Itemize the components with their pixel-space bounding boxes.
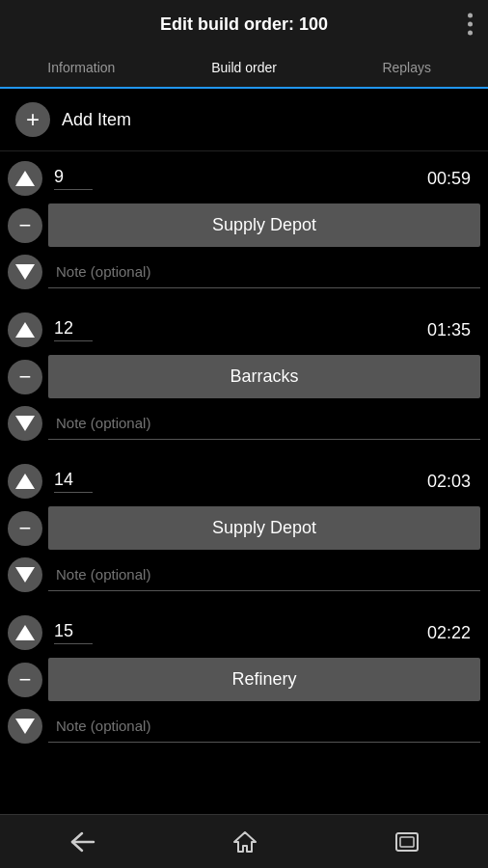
svg-rect-3 xyxy=(400,837,414,847)
up-button-1[interactable] xyxy=(8,312,42,347)
down-button-1[interactable] xyxy=(8,406,42,441)
down-arrow-icon xyxy=(15,567,35,583)
down-arrow-icon xyxy=(15,264,35,280)
supply-count-3: 15 xyxy=(54,621,93,644)
build-item-action-row-3: − Refinery xyxy=(0,654,488,705)
up-arrow-icon xyxy=(15,625,35,640)
build-item-action-row-2: − Supply Depot xyxy=(0,502,488,554)
tab-bar: Information Build order Replays xyxy=(0,48,488,89)
note-input-3[interactable] xyxy=(48,710,480,743)
home-button[interactable] xyxy=(213,822,277,862)
down-button-3[interactable] xyxy=(8,709,42,744)
supply-count-2: 14 xyxy=(54,470,93,493)
time-value-3: 02:22 xyxy=(427,623,471,643)
svg-marker-1 xyxy=(234,832,256,852)
build-item: 12 01:35 − Barracks xyxy=(0,303,488,454)
up-button-2[interactable] xyxy=(8,464,42,499)
build-item-top-row-2: 14 02:03 xyxy=(0,460,488,502)
item-action-button-1[interactable]: Barracks xyxy=(48,355,480,398)
build-item-top-row-3: 15 02:22 xyxy=(0,611,488,654)
down-button-2[interactable] xyxy=(8,557,42,592)
minus-button-0[interactable]: − xyxy=(8,208,42,243)
header-order-number: 100 xyxy=(299,14,328,34)
minus-button-3[interactable]: − xyxy=(8,663,42,697)
minus-button-1[interactable]: − xyxy=(8,360,42,394)
build-item-top-row-1: 12 01:35 xyxy=(0,309,488,351)
up-arrow-icon xyxy=(15,322,35,338)
item-action-button-2[interactable]: Supply Depot xyxy=(48,506,480,550)
up-button-3[interactable] xyxy=(8,615,42,650)
supply-count-0: 9 xyxy=(54,167,93,190)
build-item: 14 02:03 − Supply Depot xyxy=(0,454,488,606)
header-title: Edit build order: 100 xyxy=(160,14,328,35)
back-arrow-icon xyxy=(68,831,95,853)
up-arrow-icon xyxy=(15,474,35,489)
note-input-1[interactable] xyxy=(48,407,480,440)
build-item-note-row-1 xyxy=(0,402,488,445)
add-item-button[interactable]: + xyxy=(15,102,50,137)
content-area: + Add Item 9 00:59 − Supply Depot xyxy=(0,89,488,814)
note-input-0[interactable] xyxy=(48,256,480,288)
time-value-0: 00:59 xyxy=(427,169,471,189)
tab-build-order[interactable]: Build order xyxy=(163,48,326,87)
tab-information[interactable]: Information xyxy=(0,48,163,87)
app-header: Edit build order: 100 xyxy=(0,0,488,48)
build-item-note-row-2 xyxy=(0,554,488,596)
back-arrow-button[interactable] xyxy=(49,824,115,860)
build-item-top-row-0: 9 00:59 xyxy=(0,157,488,200)
add-item-row: + Add Item xyxy=(0,89,488,151)
add-item-label: Add Item xyxy=(62,110,131,130)
build-item: 9 00:59 − Supply Depot xyxy=(0,151,488,303)
build-item: 15 02:22 − Refinery xyxy=(0,606,488,757)
item-action-button-0[interactable]: Supply Depot xyxy=(48,203,480,247)
build-item-action-row-1: − Barracks xyxy=(0,351,488,402)
recents-icon xyxy=(394,831,420,853)
tab-replays[interactable]: Replays xyxy=(325,48,488,87)
supply-count-1: 12 xyxy=(54,318,93,341)
time-value-2: 02:03 xyxy=(427,472,471,492)
build-item-note-row-0 xyxy=(0,251,488,293)
supply-time-row-2: 14 02:03 xyxy=(54,470,480,493)
bottom-nav xyxy=(0,814,488,868)
supply-time-row-3: 15 02:22 xyxy=(54,621,480,644)
time-value-1: 01:35 xyxy=(427,320,471,340)
down-arrow-icon xyxy=(15,719,35,734)
build-item-note-row-3 xyxy=(0,705,488,747)
header-title-text: Edit build order: xyxy=(160,14,294,34)
item-action-button-3[interactable]: Refinery xyxy=(48,658,480,701)
more-vertical-icon[interactable] xyxy=(468,14,473,36)
build-item-action-row-0: − Supply Depot xyxy=(0,200,488,251)
recents-button[interactable] xyxy=(375,824,439,860)
down-arrow-icon xyxy=(15,416,35,431)
home-icon xyxy=(232,829,258,854)
supply-time-row-1: 12 01:35 xyxy=(54,318,480,341)
minus-button-2[interactable]: − xyxy=(8,511,42,546)
up-arrow-icon xyxy=(15,171,35,186)
down-button-0[interactable] xyxy=(8,255,42,289)
note-input-2[interactable] xyxy=(48,558,480,591)
up-button-0[interactable] xyxy=(8,161,42,196)
supply-time-row-0: 9 00:59 xyxy=(54,167,480,190)
